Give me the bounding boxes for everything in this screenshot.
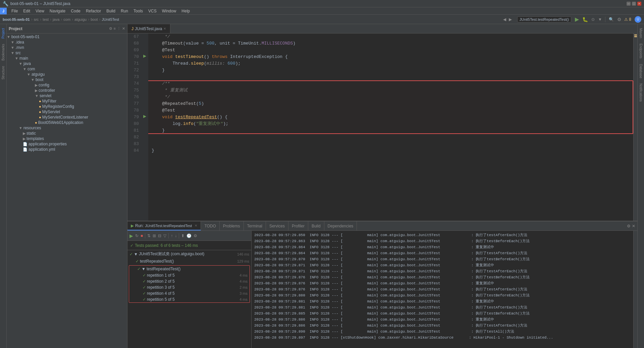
run-tab-close[interactable]: ✕ <box>195 224 197 227</box>
test2-expand-icon[interactable]: ▼ <box>142 267 146 271</box>
expand-button[interactable]: ⊞ <box>152 233 157 239</box>
run-gutter-79[interactable]: ▶ <box>141 114 148 121</box>
test-method-1[interactable]: ✓ testRepeatedTest() 129 ms <box>127 258 251 265</box>
tab-junit5test[interactable]: J JUnit5Test.java ✕ <box>127 24 170 33</box>
tree-item-21[interactable]: 📄application.yml <box>7 147 127 152</box>
project-gear-icon[interactable]: ⚙ <box>109 26 112 31</box>
tree-item-0[interactable]: ▼boot-05-web-01 <box>7 34 127 40</box>
rerun-failed-button[interactable]: ↻ <box>135 233 139 239</box>
tree-item-1[interactable]: ▼.idea <box>7 40 127 45</box>
breadcrumb-java[interactable]: java <box>53 17 59 21</box>
breadcrumb-atguigu[interactable]: atguigu <box>74 17 87 21</box>
maximize-button[interactable]: □ <box>632 2 636 6</box>
right-tab-endpoints[interactable]: Endpoints <box>638 41 643 61</box>
tree-item-4[interactable]: ▼main <box>7 56 127 61</box>
tree-item-19[interactable]: ▶templates <box>7 136 127 141</box>
config-button[interactable]: ⚙ <box>193 233 198 239</box>
tree-item-6[interactable]: ▼com <box>7 66 127 72</box>
rep2[interactable]: ✓ repetition 2 of 5 4 ms <box>129 278 250 284</box>
bottom-tab-problems[interactable]: Problems <box>220 221 244 230</box>
breadcrumb-src[interactable]: src <box>34 17 39 21</box>
down-test-button[interactable]: ↓ <box>174 233 177 239</box>
sidebar-tab-project[interactable]: Project <box>1 25 6 41</box>
tree-item-5[interactable]: ▼java <box>7 61 127 66</box>
project-close-icon[interactable]: ✕ <box>122 26 125 31</box>
history-button[interactable]: 🕐 <box>186 233 192 239</box>
settings-button[interactable]: ⚙ <box>617 17 622 22</box>
breadcrumb-com[interactable]: com <box>63 17 70 21</box>
tree-item-12[interactable]: ●MyFilter <box>7 98 127 104</box>
rep5[interactable]: ✓ repetition 5 of 5 4 ms <box>129 296 250 302</box>
menu-run[interactable]: Run <box>118 8 131 14</box>
breadcrumb-junit5test[interactable]: JUnit5Test <box>102 17 119 21</box>
tree-item-10[interactable]: ▶controller <box>7 88 127 93</box>
test-suite-item[interactable]: ✓ ▼ JUnit5Test测试类 (com.atguigu.boot) 146… <box>127 250 251 258</box>
tree-item-14[interactable]: ●MyServlet <box>7 109 127 115</box>
sidebar-tab-bookmarks[interactable]: Bookmarks <box>1 41 6 63</box>
log-scrollbar[interactable] <box>633 231 637 348</box>
run-config[interactable]: JUnit5Test.testRepeatedTest() <box>517 16 571 22</box>
bottom-tab-todo[interactable]: TODO <box>201 221 219 230</box>
project-more-icon[interactable]: ⋮ <box>117 26 121 31</box>
menu-file[interactable]: File <box>9 8 20 14</box>
stop-button[interactable]: ■ <box>140 233 144 239</box>
tree-item-11[interactable]: ▼servlet <box>7 93 127 98</box>
sidebar-tab-structure[interactable]: Structure <box>1 63 6 82</box>
more-run-options[interactable]: ▼ <box>598 17 602 22</box>
menu-help[interactable]: Help <box>179 8 193 14</box>
suite-expand-icon[interactable]: ▼ <box>134 252 138 257</box>
menu-navigate[interactable]: Navigate <box>47 8 68 14</box>
tab-close-icon[interactable]: ✕ <box>163 27 166 30</box>
filter-button[interactable]: ▽ <box>163 233 167 239</box>
tree-item-13[interactable]: ●MyRegisterConfig <box>7 104 127 109</box>
project-expand-icon[interactable]: ≡ <box>114 26 116 31</box>
run-gutter-70[interactable]: ▶ <box>141 54 148 60</box>
right-tab-maven[interactable]: Maven <box>638 25 643 41</box>
breadcrumb-boot05[interactable]: boot-05-web-01 <box>3 17 30 21</box>
breadcrumb-test[interactable]: test <box>43 17 49 21</box>
tree-item-9[interactable]: ▶config <box>7 82 127 88</box>
test-method-2[interactable]: ✓ ▼ testRepeatedTest() <box>129 266 250 272</box>
tree-item-7[interactable]: ▼atguigu <box>7 72 127 77</box>
rep4[interactable]: ✓ repetition 4 of 5 3 ms <box>129 290 250 296</box>
breadcrumb-boot[interactable]: boot <box>91 17 98 21</box>
rep1[interactable]: ✓ repetition 1 of 5 4 ms <box>129 272 250 278</box>
menu-code[interactable]: Code <box>68 8 83 14</box>
avatar[interactable]: U <box>635 16 641 23</box>
bottom-tab-build[interactable]: Build <box>308 221 324 230</box>
bottom-panel-close[interactable]: ✕ <box>632 224 635 228</box>
right-tab-notifications[interactable]: Notifications <box>638 81 643 104</box>
menu-window[interactable]: Window <box>159 8 179 14</box>
up-test-button[interactable]: ↑ <box>170 233 173 239</box>
editor-scrollbar[interactable] <box>633 33 637 221</box>
close-button[interactable]: ✕ <box>637 2 641 6</box>
sort-button[interactable]: ⇅ <box>147 233 151 239</box>
menu-view[interactable]: View <box>33 8 47 14</box>
collapse-button[interactable]: ⊟ <box>157 233 162 239</box>
right-tab-database[interactable]: Database <box>638 61 643 81</box>
bottom-tab-dependencies[interactable]: Dependencies <box>324 221 357 230</box>
tree-item-15[interactable]: ●MyServletContextListener <box>7 115 127 120</box>
search-everywhere-button[interactable]: 🔍 <box>609 17 614 22</box>
tree-item-17[interactable]: ▼resources <box>7 125 127 131</box>
tree-item-16[interactable]: ●Boot05Web01Application <box>7 120 127 125</box>
code-area[interactable]: */ @Timeout(value = 500, unit = TimeUnit… <box>148 33 633 221</box>
tree-item-8[interactable]: ▼boot <box>7 77 127 82</box>
notifications-button[interactable]: ⚠ 8 <box>624 17 631 22</box>
export-button[interactable]: ⬆ <box>180 233 185 239</box>
rep3[interactable]: ✓ repetition 3 of 5 2 ms <box>129 284 250 290</box>
menu-refactor[interactable]: Refactor <box>83 8 104 14</box>
menu-build[interactable]: Build <box>104 8 118 14</box>
tree-item-2[interactable]: ▼.mvn <box>7 45 127 50</box>
menu-tools[interactable]: Tools <box>131 8 146 14</box>
run-with-coverage-button[interactable]: ⊙ <box>591 17 595 22</box>
debug-button[interactable]: 🐛 <box>582 17 588 22</box>
tree-item-20[interactable]: 📄application.properties <box>7 141 127 147</box>
menu-edit[interactable]: Edit <box>20 8 33 14</box>
bottom-tab-terminal[interactable]: Terminal <box>244 221 266 230</box>
bottom-panel-settings[interactable]: ⚙ <box>627 224 631 228</box>
menu-vcs[interactable]: VCS <box>146 8 159 14</box>
run-tests-button[interactable]: ▶ <box>129 232 134 239</box>
bottom-tab-run[interactable]: ▶ Run: JUnit5Test.testRepeatedTest ✕ <box>127 221 201 230</box>
bottom-tab-services[interactable]: Services <box>266 221 288 230</box>
